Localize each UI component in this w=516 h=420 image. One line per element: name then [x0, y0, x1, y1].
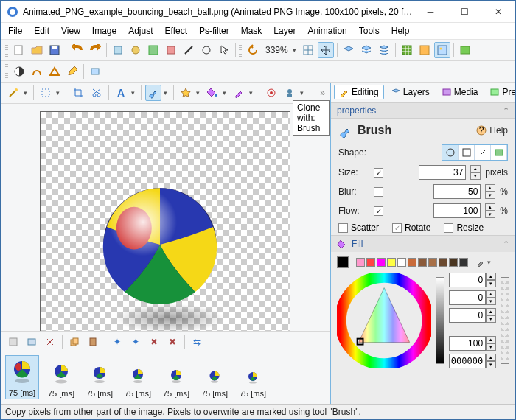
- swatch[interactable]: [428, 258, 437, 267]
- blur-down[interactable]: ▾: [485, 192, 495, 199]
- target-tool[interactable]: [263, 85, 279, 101]
- canvas[interactable]: [40, 111, 290, 331]
- frame-paste[interactable]: [85, 334, 101, 350]
- open-button[interactable]: [29, 42, 45, 58]
- grid2-button[interactable]: [399, 42, 415, 58]
- menu-tools[interactable]: Tools: [355, 24, 384, 38]
- zoom-dropdown-icon[interactable]: ▾: [293, 46, 299, 54]
- alpha-slider[interactable]: [501, 277, 509, 364]
- fill-header[interactable]: Fill ⌃: [331, 235, 515, 252]
- value-slider[interactable]: [436, 277, 444, 364]
- rotate-button[interactable]: [245, 42, 261, 58]
- swatch[interactable]: [439, 258, 447, 267]
- tab-media[interactable]: Media: [436, 85, 484, 99]
- canvas-viewport[interactable]: [1, 104, 330, 331]
- frame-tool-a[interactable]: [5, 334, 21, 350]
- layers2-button[interactable]: [358, 42, 374, 58]
- frame-x2[interactable]: ✖: [164, 334, 181, 350]
- tool-f[interactable]: [198, 42, 215, 58]
- frame-item[interactable]: 75 [ms]: [237, 357, 269, 399]
- frame-item[interactable]: 75 [ms]: [122, 357, 154, 399]
- swatch[interactable]: [366, 258, 375, 267]
- frame-item[interactable]: 75 [ms]: [45, 357, 77, 399]
- undo-button[interactable]: [69, 42, 86, 58]
- wand-tool[interactable]: [5, 85, 21, 101]
- size-input[interactable]: 37: [419, 165, 466, 180]
- swatch[interactable]: [449, 258, 458, 267]
- contrast-button[interactable]: [11, 63, 27, 80]
- layers3-button[interactable]: [376, 42, 392, 58]
- swatch[interactable]: [459, 258, 468, 267]
- grid-button[interactable]: [300, 42, 316, 58]
- eyedrop-icon[interactable]: [475, 257, 486, 267]
- scatter-checkbox[interactable]: [338, 223, 348, 233]
- frame-item[interactable]: 75 [ms]: [160, 357, 192, 399]
- flow-up[interactable]: ▴: [485, 203, 495, 211]
- flow-down[interactable]: ▾: [485, 211, 495, 218]
- swatch[interactable]: [356, 258, 365, 267]
- menu-help[interactable]: Help: [387, 24, 414, 38]
- menu-layer[interactable]: Layer: [269, 24, 300, 38]
- tool-c[interactable]: [145, 42, 161, 58]
- pencil-button[interactable]: [64, 63, 80, 80]
- swatch[interactable]: [377, 258, 386, 267]
- s-input[interactable]: 0: [449, 290, 486, 305]
- tab-layers[interactable]: Layers: [386, 85, 435, 99]
- shape-square[interactable]: [459, 145, 475, 160]
- menu-adjust[interactable]: Adjust: [124, 24, 157, 38]
- shape-circle[interactable]: [442, 145, 459, 160]
- landscape-button[interactable]: [457, 42, 473, 58]
- swatch[interactable]: [397, 258, 406, 267]
- flow-input[interactable]: 100: [433, 203, 481, 218]
- move-button[interactable]: [318, 42, 334, 58]
- text-tool[interactable]: A: [113, 85, 129, 101]
- menu-edit[interactable]: Edit: [29, 24, 54, 38]
- help-button[interactable]: ?Help: [476, 125, 508, 136]
- scissors-tool[interactable]: [88, 85, 105, 101]
- extra-button[interactable]: [87, 63, 103, 80]
- tool-a[interactable]: [110, 42, 126, 58]
- swatch[interactable]: [408, 258, 416, 267]
- tool-e[interactable]: [181, 42, 197, 58]
- menu-mask[interactable]: Mask: [237, 24, 267, 38]
- v-input[interactable]: 0: [449, 308, 486, 323]
- properties-header[interactable]: properties⌃: [331, 102, 515, 119]
- a-input[interactable]: 100: [449, 336, 486, 351]
- collapse-icon[interactable]: ⌃: [503, 239, 509, 249]
- layers1-button[interactable]: [341, 42, 357, 58]
- frame-left[interactable]: ✦: [109, 334, 125, 350]
- stamp-tool[interactable]: [282, 85, 298, 101]
- select-tool[interactable]: [38, 85, 54, 101]
- frame-add[interactable]: [24, 334, 40, 350]
- menu-view[interactable]: View: [57, 24, 85, 38]
- swatch[interactable]: [418, 258, 427, 267]
- menu-animation[interactable]: Animation: [303, 24, 351, 38]
- frame-item[interactable]: 75 [ms]: [5, 355, 39, 399]
- collapse-icon[interactable]: ⌃: [503, 106, 509, 116]
- maximize-button[interactable]: ☐: [447, 1, 481, 23]
- fill-tool[interactable]: [204, 85, 220, 101]
- h-input[interactable]: 0: [449, 273, 486, 287]
- frame-item[interactable]: 75 [ms]: [83, 357, 116, 399]
- new-button[interactable]: [11, 42, 27, 58]
- swatch[interactable]: [387, 258, 396, 267]
- size-checkbox[interactable]: ✓: [374, 168, 383, 178]
- minimize-button[interactable]: ─: [414, 1, 447, 23]
- blur-input[interactable]: 50: [433, 184, 481, 199]
- menu-image[interactable]: Image: [88, 24, 121, 38]
- menu-psfilter[interactable]: Ps-filter: [195, 24, 234, 38]
- color-wheel[interactable]: [337, 273, 431, 368]
- frame-item[interactable]: 75 [ms]: [198, 357, 231, 399]
- size-up[interactable]: ▴: [470, 165, 481, 172]
- brush-tool[interactable]: [145, 85, 161, 101]
- frame-copy[interactable]: [66, 334, 83, 350]
- close-button[interactable]: ✕: [481, 1, 515, 23]
- frame-loop[interactable]: ⇆: [189, 334, 205, 350]
- tab-editing[interactable]: Editing: [334, 85, 384, 99]
- frame-right[interactable]: ✦: [128, 334, 144, 350]
- shape-custom[interactable]: [491, 145, 507, 160]
- hex-input[interactable]: 000000: [449, 354, 486, 368]
- tab-preview[interactable]: Preview: [484, 85, 516, 99]
- zoom-value[interactable]: 339%: [262, 45, 291, 55]
- redo-button[interactable]: [87, 42, 103, 58]
